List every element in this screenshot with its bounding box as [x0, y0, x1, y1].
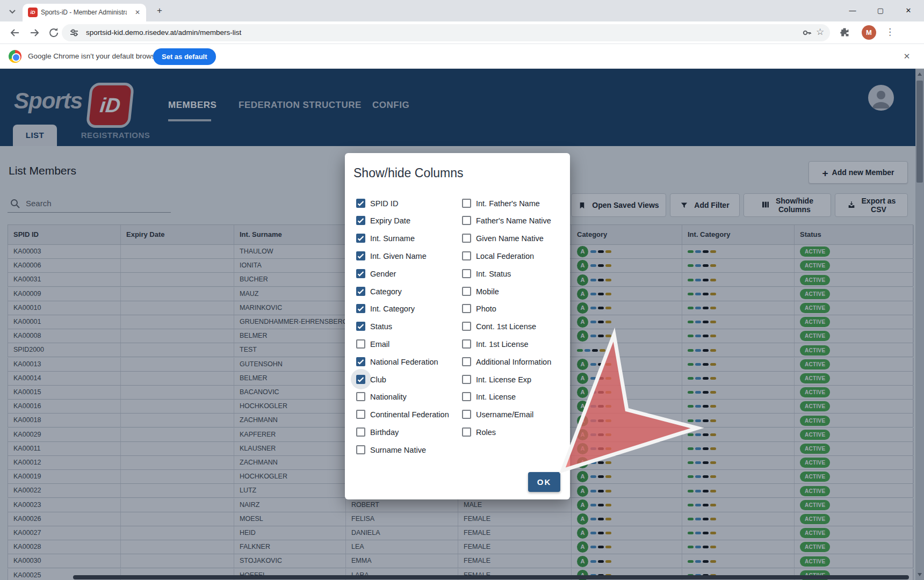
column-toggle-label: Email	[370, 340, 389, 349]
url-bar[interactable]: sportsid-kid.demo.risedev.at/admin/membe…	[62, 24, 830, 41]
column-toggle-label: Mobile	[476, 287, 499, 296]
checkbox-checked-icon[interactable]	[356, 304, 365, 313]
column-toggle-label: Int. Surname	[370, 234, 415, 243]
forward-icon[interactable]	[28, 26, 41, 39]
column-toggle-label: Int. 1st License	[476, 340, 529, 349]
checkbox-checked-icon[interactable]	[356, 269, 365, 278]
column-toggle-label: Int. License Exp	[476, 375, 531, 384]
notification-close-icon[interactable]: ✕	[901, 51, 912, 62]
window-minimize-button[interactable]: —	[844, 4, 861, 17]
column-toggle-label: Roles	[476, 428, 496, 437]
set-as-default-button[interactable]: Set as default	[153, 48, 216, 65]
checkbox-unchecked-icon[interactable]	[462, 392, 471, 401]
checkbox-checked-icon[interactable]	[356, 357, 365, 366]
checkbox-checked-icon[interactable]	[356, 287, 365, 296]
column-toggle-label: National Federation	[370, 358, 438, 366]
column-toggle-label: Club	[370, 375, 386, 384]
new-tab-button[interactable]: +	[154, 5, 165, 17]
extensions-puzzle-icon[interactable]	[839, 27, 852, 40]
bookmark-star-icon[interactable]: ☆	[816, 26, 824, 38]
column-toggle-label: Expiry Date	[370, 216, 410, 225]
password-key-icon[interactable]	[802, 28, 812, 40]
column-toggle-label: Status	[370, 322, 392, 331]
dialog-title: Show/hide Columns	[353, 166, 464, 180]
tab-title: Sports-iD - Member Administra	[41, 9, 127, 17]
checkbox-unchecked-icon[interactable]	[356, 339, 365, 349]
column-toggle-label: Nationality	[370, 393, 407, 401]
column-toggle-label: Surname Native	[370, 446, 426, 454]
chrome-logo-icon	[9, 50, 21, 63]
column-toggle-label: Birthday	[370, 428, 399, 437]
checkbox-checked-icon[interactable]	[356, 322, 365, 331]
checkbox-unchecked-icon[interactable]	[356, 427, 365, 437]
window-close-button[interactable]: ✕	[900, 4, 916, 17]
checkbox-unchecked-icon[interactable]	[462, 251, 471, 260]
checkbox-unchecked-icon[interactable]	[462, 304, 471, 313]
column-toggle-label: Int. Father's Name	[476, 199, 540, 208]
checkbox-checked-icon[interactable]	[356, 375, 365, 384]
column-toggle-label: Int. Category	[370, 305, 415, 313]
browser-tab[interactable]: iD Sports-iD - Member Administra ✕	[23, 4, 146, 21]
column-toggle-label: Int. License	[476, 393, 516, 401]
notification-text: Google Chrome isn't your default browser	[28, 52, 162, 60]
column-toggle-label: Gender	[370, 270, 396, 278]
checkbox-unchecked-icon[interactable]	[462, 375, 471, 384]
checkbox-checked-icon[interactable]	[356, 199, 365, 208]
tab-close-icon[interactable]: ✕	[133, 8, 142, 17]
column-toggle-label: Cont. 1st License	[476, 322, 536, 331]
checkbox-unchecked-icon[interactable]	[462, 234, 471, 243]
window-maximize-button[interactable]: ▢	[872, 4, 889, 17]
ok-button[interactable]: OK	[528, 472, 560, 492]
column-toggle-label: Given Name Native	[476, 234, 544, 243]
back-icon[interactable]	[9, 26, 21, 39]
column-toggle-label: Int. Status	[476, 270, 511, 278]
checkbox-unchecked-icon[interactable]	[462, 357, 471, 366]
column-toggle-label: Continental Federation	[370, 410, 449, 419]
checkbox-unchecked-icon[interactable]	[462, 269, 471, 278]
checkbox-unchecked-icon[interactable]	[462, 322, 471, 331]
checkbox-unchecked-icon[interactable]	[462, 427, 471, 437]
checkbox-checked-icon[interactable]	[356, 234, 365, 243]
column-toggle-label: Photo	[476, 305, 496, 313]
site-settings-icon[interactable]	[69, 28, 79, 40]
reload-icon[interactable]	[47, 26, 60, 39]
checkbox-unchecked-icon[interactable]	[356, 392, 365, 401]
checkbox-unchecked-icon[interactable]	[462, 199, 471, 208]
show-hide-columns-dialog: Show/hide Columns SPID IDExpiry DateInt.…	[345, 153, 570, 499]
tab-search-chevron-icon[interactable]	[6, 5, 18, 17]
url-text[interactable]: sportsid-kid.demo.risedev.at/admin/membe…	[86, 28, 241, 37]
browser-profile-avatar[interactable]: M	[862, 25, 876, 40]
column-toggle-label: Category	[370, 287, 402, 296]
checkbox-unchecked-icon[interactable]	[462, 216, 471, 225]
checkbox-checked-icon[interactable]	[356, 251, 365, 260]
column-toggle-label: Father's Name Native	[476, 216, 551, 225]
column-toggle-label: Local Federation	[476, 252, 534, 260]
browser-toolbar: sportsid-kid.demo.risedev.at/admin/membe…	[0, 21, 924, 44]
column-toggle-label: SPID ID	[370, 199, 398, 208]
checkbox-unchecked-icon[interactable]	[462, 287, 471, 296]
browser-menu-kebab-icon[interactable]: ⋮	[885, 26, 894, 38]
default-browser-notification: Google Chrome isn't your default browser…	[0, 44, 924, 69]
favicon: iD	[28, 8, 38, 17]
checkbox-checked-icon[interactable]	[356, 216, 365, 225]
checkbox-unchecked-icon[interactable]	[462, 339, 471, 349]
column-toggle-label: Additional Information	[476, 358, 551, 366]
checkbox-unchecked-icon[interactable]	[356, 410, 365, 419]
checkbox-unchecked-icon[interactable]	[462, 410, 471, 419]
checkbox-unchecked-icon[interactable]	[356, 445, 365, 454]
column-toggle-label: Int. Given Name	[370, 252, 427, 260]
column-toggle-label: Username/Email	[476, 410, 533, 419]
browser-tab-strip: iD Sports-iD - Member Administra ✕ + — ▢…	[0, 0, 924, 21]
